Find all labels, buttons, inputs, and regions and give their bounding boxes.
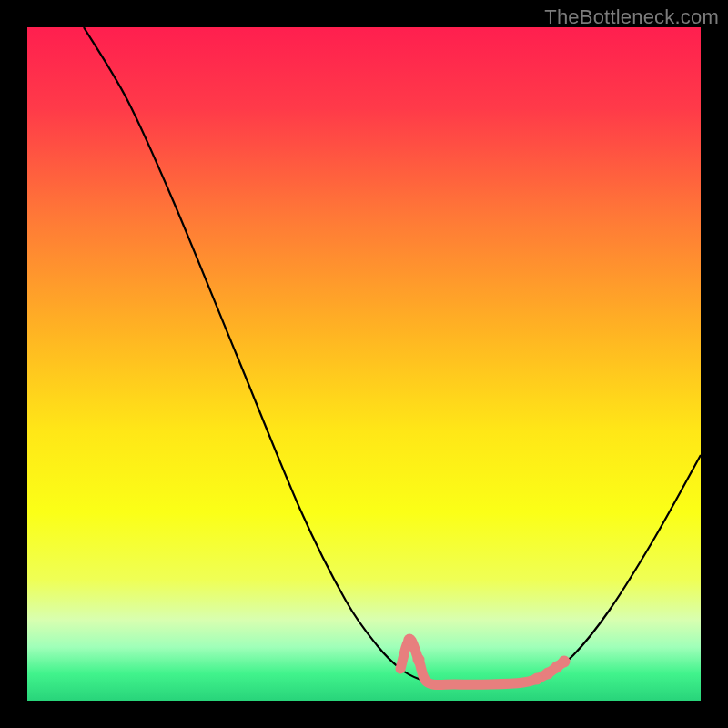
plot-curves <box>27 27 701 701</box>
svg-point-6 <box>559 656 571 668</box>
svg-point-2 <box>413 654 425 666</box>
watermark-label: TheBottleneck.com <box>544 5 719 29</box>
pink-marker-segment <box>400 634 571 685</box>
svg-point-3 <box>531 673 543 685</box>
svg-point-1 <box>404 634 416 646</box>
primary-v-curve <box>84 27 701 684</box>
